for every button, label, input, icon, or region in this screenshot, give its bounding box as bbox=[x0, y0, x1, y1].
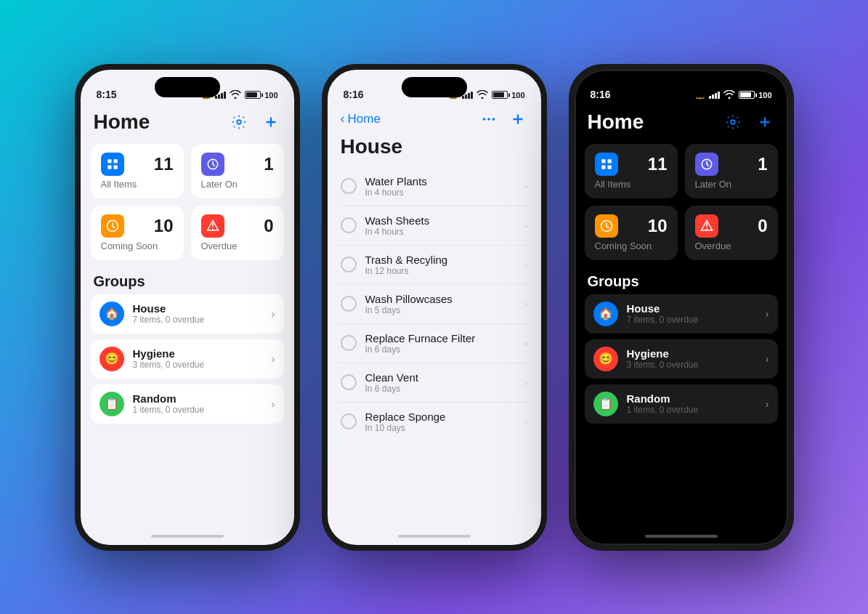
chevron-right-icon: › bbox=[524, 299, 527, 310]
hygiene-group-sub: 3 items, 0 overdue bbox=[627, 360, 757, 370]
settings-button[interactable] bbox=[723, 112, 743, 132]
item-info: Wash Pillowcases In 5 days bbox=[365, 293, 516, 315]
groups-section-title: Groups bbox=[575, 267, 788, 294]
svg-rect-12 bbox=[607, 159, 611, 163]
item-checkbox[interactable] bbox=[341, 256, 357, 272]
stat-card-coming-soon[interactable]: 10 Coming Soon bbox=[91, 206, 184, 260]
item-sub: In 10 days bbox=[365, 423, 516, 433]
overdue-label: Overdue bbox=[695, 241, 768, 251]
item-name: Trash & Recyling bbox=[365, 254, 516, 266]
group-item-house[interactable]: 🏠 House 7 items, 0 overdue › bbox=[91, 294, 284, 334]
house-group-icon: 🏠 bbox=[100, 302, 124, 326]
item-sub: In 6 days bbox=[365, 384, 516, 394]
all-items-count: 11 bbox=[648, 154, 668, 174]
svg-point-8 bbox=[492, 118, 495, 121]
more-button[interactable] bbox=[479, 109, 499, 129]
group-item-random[interactable]: 📋 Random 1 items, 0 overdue › bbox=[585, 384, 778, 424]
all-items-label: All Items bbox=[101, 179, 174, 190]
coming-soon-count: 10 bbox=[648, 216, 668, 236]
list-item-furnace[interactable]: Replace Furnace Filter In 6 days › bbox=[338, 324, 531, 363]
house-group-info: House 7 items, 0 overdue bbox=[627, 302, 757, 325]
chevron-right-icon: › bbox=[766, 308, 769, 320]
list-item-clean-vent[interactable]: Clean Vent In 6 days › bbox=[338, 363, 531, 403]
group-item-random[interactable]: 📋 Random 1 items, 0 overdue › bbox=[91, 384, 284, 424]
phone-light-house: 8:16 🔔 100 ‹ Ho bbox=[322, 64, 547, 551]
random-group-info: Random 1 items, 0 overdue bbox=[627, 392, 757, 415]
back-nav: ‹ Home bbox=[328, 105, 541, 132]
svg-rect-11 bbox=[601, 165, 605, 169]
item-checkbox[interactable] bbox=[341, 413, 357, 429]
nav-icons bbox=[479, 109, 528, 129]
stat-card-coming-soon[interactable]: 10 Coming Soon bbox=[585, 206, 678, 260]
home-indicator bbox=[575, 528, 788, 545]
chevron-right-icon: › bbox=[766, 398, 769, 410]
item-info: Trash & Recyling In 12 hours bbox=[365, 254, 516, 276]
coming-soon-icon bbox=[595, 214, 618, 238]
list-item-water-plants[interactable]: Water Plants In 4 hours › bbox=[338, 167, 531, 206]
item-info: Clean Vent In 6 days bbox=[365, 371, 516, 394]
stat-card-overdue[interactable]: 0 Overdue bbox=[685, 206, 778, 260]
add-button[interactable] bbox=[508, 109, 528, 129]
svg-rect-10 bbox=[601, 159, 605, 163]
svg-point-9 bbox=[731, 120, 735, 124]
add-button[interactable] bbox=[755, 112, 775, 132]
chevron-right-icon: › bbox=[766, 353, 769, 365]
stat-card-all-items[interactable]: 11 All Items bbox=[585, 144, 678, 198]
chevron-right-icon: › bbox=[272, 398, 275, 410]
home-indicator bbox=[328, 528, 541, 545]
house-group-info: House 7 items, 0 overdue bbox=[133, 302, 263, 325]
overdue-count: 0 bbox=[758, 216, 767, 236]
hygiene-group-sub: 3 items, 0 overdue bbox=[133, 360, 263, 370]
item-checkbox[interactable] bbox=[341, 335, 357, 351]
item-checkbox[interactable] bbox=[341, 178, 357, 194]
overdue-icon bbox=[201, 214, 224, 238]
later-on-icon bbox=[695, 153, 718, 176]
item-checkbox[interactable] bbox=[341, 296, 357, 312]
overdue-label: Overdue bbox=[201, 241, 274, 251]
group-item-hygiene[interactable]: 😊 Hygiene 3 items, 0 overdue › bbox=[91, 339, 284, 379]
stats-grid: 11 All Items 1 Later On 10 bbox=[575, 137, 788, 267]
random-group-name: Random bbox=[627, 392, 757, 405]
group-list: 🏠 House 7 items, 0 overdue › 😊 Hygiene 3… bbox=[81, 294, 294, 424]
wifi-icon bbox=[230, 90, 241, 100]
hygiene-group-name: Hygiene bbox=[133, 347, 263, 360]
later-on-label: Later On bbox=[201, 179, 274, 190]
page-title: Home bbox=[588, 110, 644, 134]
item-info: Replace Sponge In 10 days bbox=[365, 411, 516, 433]
stat-card-later-on[interactable]: 1 Later On bbox=[191, 144, 284, 198]
item-checkbox[interactable] bbox=[341, 217, 357, 233]
toolbar: Home bbox=[575, 105, 788, 137]
dynamic-island bbox=[402, 77, 467, 97]
stat-card-all-items[interactable]: 11 All Items bbox=[91, 144, 184, 198]
overdue-count: 0 bbox=[264, 216, 273, 236]
item-sub: In 5 days bbox=[365, 305, 516, 315]
item-sub: In 4 hours bbox=[365, 227, 516, 237]
settings-button[interactable] bbox=[229, 112, 249, 132]
item-checkbox[interactable] bbox=[341, 374, 357, 390]
chevron-right-icon: › bbox=[524, 416, 527, 427]
dynamic-island bbox=[649, 77, 714, 97]
item-info: Wash Sheets In 4 hours bbox=[365, 214, 516, 237]
all-items-label: All Items bbox=[595, 179, 668, 190]
stat-card-later-on[interactable]: 1 Later On bbox=[685, 144, 778, 198]
back-label[interactable]: Home bbox=[348, 112, 381, 126]
list-item-wash-sheets[interactable]: Wash Sheets In 4 hours › bbox=[338, 206, 531, 246]
add-button[interactable] bbox=[261, 112, 281, 132]
hygiene-group-icon: 😊 bbox=[100, 347, 124, 371]
list-item-replace-sponge[interactable]: Replace Sponge In 10 days › bbox=[338, 403, 531, 441]
random-group-icon: 📋 bbox=[100, 392, 124, 416]
stat-card-overdue[interactable]: 0 Overdue bbox=[191, 206, 284, 260]
random-group-name: Random bbox=[133, 392, 263, 405]
chevron-right-icon: › bbox=[524, 338, 527, 349]
home-indicator bbox=[81, 528, 294, 545]
back-chevron-icon[interactable]: ‹ bbox=[341, 111, 345, 126]
coming-soon-count: 10 bbox=[154, 216, 174, 236]
group-item-house[interactable]: 🏠 House 7 items, 0 overdue › bbox=[585, 294, 778, 334]
group-item-hygiene[interactable]: 😊 Hygiene 3 items, 0 overdue › bbox=[585, 339, 778, 379]
random-group-sub: 1 items, 0 overdue bbox=[627, 405, 757, 415]
house-group-sub: 7 items, 0 overdue bbox=[133, 315, 263, 325]
list-item-pillowcases[interactable]: Wash Pillowcases In 5 days › bbox=[338, 285, 531, 324]
list-item-trash[interactable]: Trash & Recyling In 12 hours › bbox=[338, 246, 531, 285]
battery-icon bbox=[492, 91, 508, 99]
all-items-icon bbox=[101, 153, 124, 176]
